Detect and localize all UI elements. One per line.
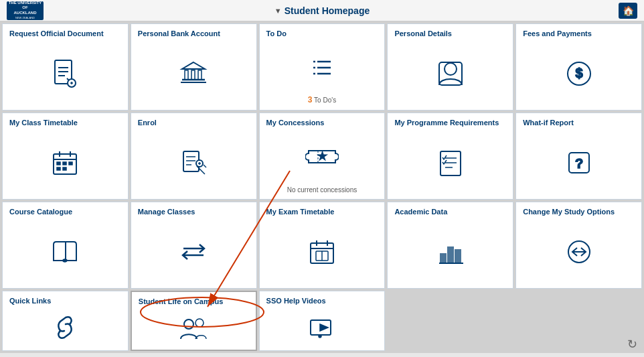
- tile-title: Request Official Document: [9, 29, 121, 38]
- tile-my-concessions[interactable]: My Concessions ★ No current concessions: [259, 113, 386, 200]
- svg-point-71: [319, 335, 321, 338]
- person-icon: [434, 43, 467, 104]
- svg-text:?: ?: [574, 156, 582, 171]
- tile-my-exam-timetable[interactable]: My Exam Timetable: [259, 202, 386, 289]
- tile-manage-classes[interactable]: Manage Classes: [131, 202, 257, 289]
- swap-icon: [562, 221, 596, 283]
- checklist-icon: [434, 132, 467, 194]
- people-icon: [177, 311, 210, 344]
- svg-line-39: [204, 165, 206, 167]
- page-title: ▼ Student Homepage: [274, 5, 370, 16]
- svg-point-53: [63, 259, 67, 262]
- tile-title: My Class Timetable: [9, 119, 121, 127]
- tile-title: My Exam Timetable: [266, 208, 378, 216]
- home-button[interactable]: 🏠: [619, 3, 637, 19]
- tile-title: My Programme Requirements: [394, 119, 506, 127]
- tile-grid: Request Official Document Personal Bank …: [0, 21, 644, 353]
- enrol-icon: [177, 132, 210, 194]
- svg-line-38: [197, 166, 205, 174]
- refresh-button[interactable]: ↻: [627, 337, 637, 352]
- list-icon: [305, 43, 339, 92]
- dropdown-arrow: ▼: [274, 7, 282, 15]
- svg-point-67: [184, 319, 193, 329]
- tile-title: Course Catalogue: [9, 208, 121, 216]
- svg-point-21: [445, 63, 457, 75]
- exam-calendar-icon: [305, 221, 339, 283]
- tile-title: Fees and Payments: [523, 29, 635, 38]
- tile-title: What-if Report: [523, 119, 635, 127]
- tile-course-catalogue[interactable]: Course Catalogue: [2, 202, 129, 289]
- dollar-icon: $: [562, 43, 596, 104]
- svg-rect-10: [185, 70, 188, 80]
- svg-rect-64: [455, 250, 461, 263]
- svg-rect-30: [63, 162, 66, 165]
- svg-marker-8: [182, 62, 205, 69]
- bar-chart-icon: [434, 221, 467, 283]
- svg-rect-31: [69, 162, 72, 165]
- svg-rect-29: [57, 162, 60, 165]
- logo-box: THE UNIVERSITY OFAUCKLANDNEW ZEALAND: [7, 1, 44, 20]
- svg-rect-62: [440, 254, 446, 263]
- header: THE UNIVERSITY OFAUCKLANDNEW ZEALAND ▼ S…: [0, 0, 644, 21]
- tile-title: Student Life on Campus: [139, 297, 249, 305]
- svg-text:$: $: [575, 66, 582, 80]
- svg-rect-12: [198, 70, 202, 80]
- svg-text:★: ★: [317, 151, 326, 161]
- svg-rect-11: [191, 70, 195, 80]
- ticket-icon: ★: [305, 132, 339, 184]
- tile-title: Personal Bank Account: [138, 29, 250, 38]
- tile-what-if-report[interactable]: What-if Report ?: [515, 113, 642, 200]
- tile-title: Quick Links: [9, 297, 121, 305]
- tile-request-official-document[interactable]: Request Official Document: [2, 23, 129, 111]
- book-icon: [48, 221, 82, 283]
- tile-title: Personal Details: [394, 29, 506, 38]
- svg-marker-70: [320, 324, 328, 331]
- tile-title: Academic Data: [394, 208, 506, 216]
- tile-title: Manage Classes: [138, 208, 250, 216]
- tile-title: SSO Help Videos: [266, 297, 378, 305]
- tile-fees-and-payments[interactable]: Fees and Payments $: [515, 23, 642, 111]
- tile-academic-data[interactable]: Academic Data: [387, 202, 513, 289]
- svg-rect-33: [63, 167, 66, 170]
- arrows-icon: [177, 221, 210, 283]
- tile-student-life-on-campus[interactable]: Student Life on Campus: [131, 291, 257, 351]
- tile-sso-help-videos[interactable]: SSO Help Videos: [259, 291, 386, 351]
- logo-text: THE UNIVERSITY OFAUCKLANDNEW ZEALAND: [8, 1, 42, 20]
- tile-personal-bank-account[interactable]: Personal Bank Account: [131, 23, 257, 111]
- tile-my-programme-requirements[interactable]: My Programme Requirements: [387, 113, 513, 200]
- svg-rect-63: [448, 247, 453, 263]
- tile-change-my-study-options[interactable]: Change My Study Options: [515, 202, 642, 289]
- tile-enrol[interactable]: Enrol: [131, 113, 257, 200]
- video-icon: [305, 310, 339, 345]
- svg-point-68: [195, 319, 204, 327]
- svg-rect-22: [439, 62, 462, 85]
- tile-title: Change My Study Options: [523, 208, 635, 216]
- tile-my-class-timetable[interactable]: My Class Timetable: [2, 113, 129, 200]
- university-logo: THE UNIVERSITY OFAUCKLANDNEW ZEALAND: [7, 1, 44, 20]
- tile-personal-details[interactable]: Personal Details: [387, 23, 513, 111]
- bank-icon: [177, 43, 210, 104]
- tile-to-do[interactable]: To Do 3 To Do's: [259, 23, 386, 111]
- document-icon: [48, 43, 82, 104]
- todo-subtitle: 3 To Do's: [308, 95, 336, 104]
- tile-title: Enrol: [138, 119, 250, 127]
- concessions-subtitle: No current concessions: [287, 186, 357, 194]
- link-icon: [48, 310, 82, 345]
- tile-title: My Concessions: [266, 119, 378, 127]
- question-icon: ?: [562, 132, 596, 194]
- tile-title: To Do: [266, 29, 378, 38]
- calendar-icon: [48, 132, 82, 194]
- tile-quick-links[interactable]: Quick Links: [2, 291, 129, 351]
- svg-rect-32: [57, 167, 60, 170]
